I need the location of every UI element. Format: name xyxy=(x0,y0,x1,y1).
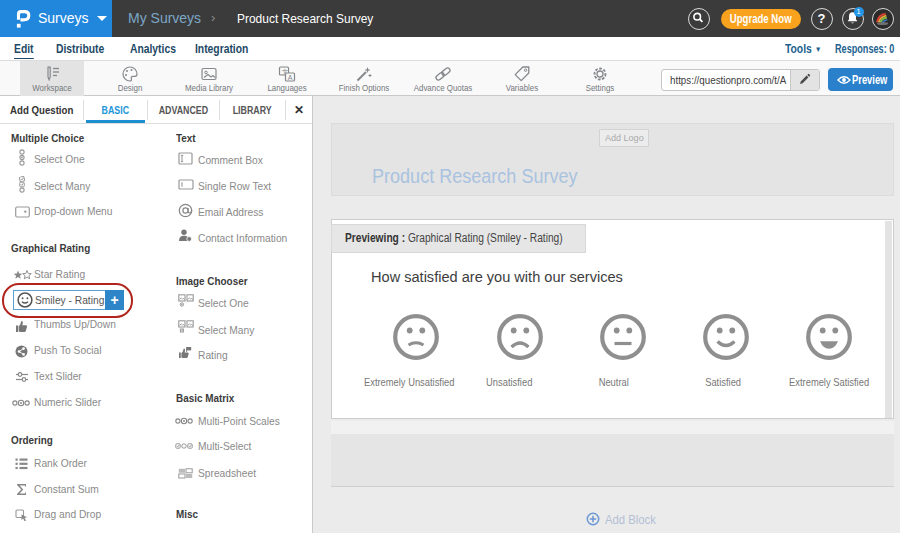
svg-text:A: A xyxy=(288,74,293,81)
